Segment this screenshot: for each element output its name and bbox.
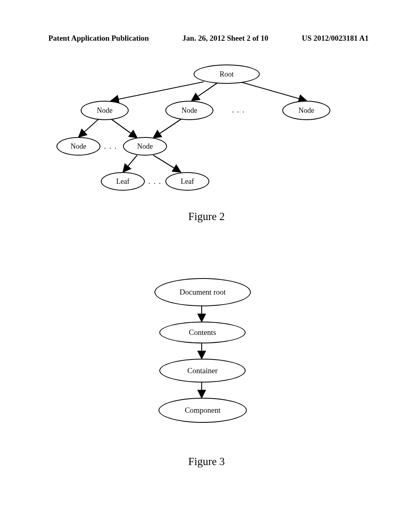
svg-line-0: [111, 82, 204, 101]
fig2-node-l2a: Node: [56, 137, 100, 156]
fig2-dots-1: . . .: [232, 106, 245, 114]
svg-line-2: [240, 82, 307, 101]
fig2-node-l1b-label: Node: [181, 106, 197, 115]
fig3-n4-label: Component: [185, 406, 221, 415]
header-center: Jan. 26, 2012 Sheet 2 of 10: [182, 34, 268, 43]
header-right: US 2012/0023181 A1: [302, 34, 369, 43]
fig2-leaf-l3b: Leaf: [165, 172, 209, 191]
fig2-node-l2b: Node: [123, 137, 167, 156]
svg-line-5: [153, 119, 181, 138]
fig3-n1-label: Document root: [179, 288, 226, 297]
figure-3-caption: Figure 3: [0, 455, 413, 468]
svg-line-4: [111, 119, 137, 138]
fig2-leaf-l3a-label: Leaf: [116, 177, 129, 186]
fig2-node-l2a-label: Node: [71, 142, 86, 151]
header-left: Patent Application Publication: [48, 34, 149, 43]
fig2-dots-2: . . .: [104, 142, 117, 151]
fig2-root-label: Root: [219, 70, 234, 79]
figure-2-caption: Figure 2: [0, 210, 413, 223]
fig2-leaf-l3b-label: Leaf: [181, 177, 194, 186]
fig3-contents-node: Contents: [159, 322, 246, 343]
svg-line-3: [79, 119, 99, 137]
page-header: Patent Application Publication Jan. 26, …: [0, 34, 413, 43]
fig2-node-l1a-label: Node: [97, 106, 113, 115]
fig3-component-node: Component: [159, 398, 247, 423]
svg-line-1: [192, 83, 218, 101]
fig3-n2-label: Contents: [189, 328, 216, 337]
svg-line-6: [123, 155, 137, 172]
fig2-node-l1a: Node: [81, 101, 129, 120]
fig2-node-l1c-label: Node: [298, 106, 314, 115]
fig2-leaf-l3a: Leaf: [101, 172, 145, 191]
fig2-node-l1c: Node: [282, 101, 330, 120]
figure-2-diagram: Root Node Node . . . Node Node . . . Nod…: [56, 62, 363, 200]
figure-3-diagram: Document root Contents Container Compone…: [127, 278, 276, 439]
fig2-node-l1b: Node: [165, 101, 213, 120]
fig2-dots-3: . . .: [148, 177, 162, 186]
svg-line-7: [153, 155, 181, 172]
fig3-n3-label: Container: [188, 366, 218, 375]
fig3-container-node: Container: [159, 359, 246, 382]
fig2-root-node: Root: [194, 64, 260, 84]
fig3-document-root-node: Document root: [154, 278, 251, 306]
fig2-node-l2b-label: Node: [137, 142, 153, 151]
